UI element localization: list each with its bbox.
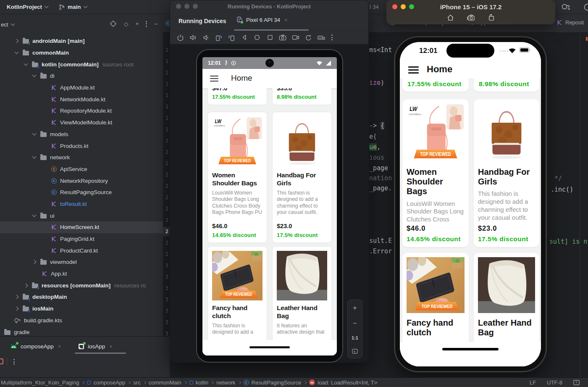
- tree-item-desktopmain[interactable]: desktopMain: [0, 291, 163, 303]
- ios-home-indicator[interactable]: [442, 348, 499, 350]
- folder-icon: [4, 330, 10, 335]
- product-card-fancy-hand-clutch[interactable]: TOP REVIEWED Fancy hand clutch This fash…: [207, 246, 267, 341]
- rotate-right-button[interactable]: [227, 33, 236, 42]
- run-tab-iosapp[interactable]: iosApp ×: [78, 340, 113, 353]
- tree-item-paginggrid[interactable]: PagingGrid.kt: [0, 233, 163, 245]
- screenshot-camera-icon[interactable]: [466, 14, 475, 21]
- breadcrumb-load-method[interactable]: mload: LoadResult<Int, T>: [309, 379, 377, 386]
- line-ending-widget[interactable]: LF: [530, 379, 536, 386]
- hardware-input-button[interactable]: [317, 33, 326, 42]
- tree-item-resources[interactable]: resources [commonMain] resources ro: [0, 279, 163, 291]
- product-image-leather-bag: [277, 251, 327, 300]
- tree-item-viewmodelmodule[interactable]: ViewModelModule.kt: [0, 117, 163, 129]
- gradle-icon: [14, 318, 21, 323]
- tree-item-network[interactable]: network: [0, 152, 163, 163]
- menu-hamburger-icon[interactable]: [408, 66, 419, 74]
- options-kebab-icon[interactable]: [331, 34, 333, 40]
- ios-screen[interactable]: 12:01 Home 17.55% discount: [400, 42, 541, 366]
- home-button[interactable]: [253, 33, 261, 42]
- folder-icon: [40, 260, 47, 265]
- breadcrumb-resultpagingsource[interactable]: CResultPagingSource: [244, 379, 302, 386]
- breadcrumb-src[interactable]: src: [133, 379, 140, 386]
- tree-item-networkrepository[interactable]: C NetworkRepository: [0, 175, 163, 187]
- run-tab-composeapp[interactable]: composeApp ×: [10, 340, 61, 353]
- collapse-icon[interactable]: ◇: [124, 21, 129, 27]
- power-button[interactable]: [176, 33, 184, 42]
- screen-record-button[interactable]: [291, 33, 300, 42]
- product-card-partial-2[interactable]: $35.0 8.98% discount: [272, 88, 332, 105]
- volume-down-button[interactable]: [202, 33, 210, 42]
- tree-item-ui[interactable]: ui: [0, 210, 163, 221]
- running-devices-titlebar[interactable]: Running Devices - KotlinProject: [170, 0, 368, 12]
- tree-item-apiservice[interactable]: C ApiService: [0, 163, 163, 175]
- rotate-device-icon[interactable]: [487, 14, 495, 21]
- product-card-leather-hand-bag[interactable]: Leather Hand Bag It features an attracti…: [272, 246, 332, 341]
- breadcrumb-commonmain[interactable]: commonMain: [149, 379, 181, 386]
- tree-item-homescreen[interactable]: HomeScreen.kt: [0, 221, 163, 233]
- encoding-widget[interactable]: UTF-8: [547, 379, 562, 386]
- tree-item-app[interactable]: App.kt: [0, 268, 163, 280]
- tree-item-productcard[interactable]: ProductCard.kt: [0, 245, 163, 256]
- status-circle-icon: [231, 61, 236, 66]
- options-kebab-icon[interactable]: [13, 359, 15, 365]
- folder-icon: [23, 307, 29, 311]
- chevron-down-icon: [32, 131, 37, 135]
- tree-item-di[interactable]: di: [0, 70, 163, 82]
- close-icon[interactable]: ×: [109, 343, 113, 350]
- fit-screen-button[interactable]: [352, 349, 358, 354]
- tree-item-buildgradle[interactable]: build.gradle.kts: [0, 315, 163, 326]
- product-card-partial-1[interactable]: $47.0 17.55% discount: [207, 88, 267, 105]
- zoom-out-button[interactable]: −: [353, 320, 357, 327]
- volume-up-button[interactable]: [189, 33, 197, 42]
- close-icon[interactable]: ×: [58, 343, 61, 350]
- close-icon[interactable]: ×: [284, 17, 288, 23]
- ios-simulator-titlebar[interactable]: iPhone 15 – iOS 17.2: [386, 0, 555, 24]
- tree-item-resultpagingsource[interactable]: C ResultPagingSource: [0, 187, 163, 198]
- options-kebab-icon[interactable]: [146, 21, 147, 27]
- product-card-handbag-for-girls[interactable]: Handbag For Girls This fashion is design…: [272, 112, 332, 243]
- product-card-partial-2[interactable]: 8.98% discount: [474, 78, 539, 92]
- android-screen[interactable]: 12:01 Home $47.0 17: [202, 57, 337, 355]
- hide-icon[interactable]: −: [154, 20, 158, 27]
- tree-item-repositorymodule[interactable]: RepositoryModule.kt: [0, 105, 163, 117]
- product-card-partial-1[interactable]: 17.55% discount: [402, 78, 469, 92]
- menu-hamburger-icon[interactable]: [210, 76, 218, 82]
- locate-file-icon[interactable]: [110, 20, 117, 27]
- close-icon[interactable]: ×: [136, 21, 139, 27]
- zoom-ratio-button[interactable]: 1:1: [352, 335, 358, 340]
- tree-item-androidmain[interactable]: androidMain [main]: [0, 35, 163, 47]
- zoom-in-button[interactable]: +: [353, 304, 357, 311]
- vcs-branch-widget[interactable]: main: [59, 4, 87, 10]
- rotate-left-button[interactable]: [215, 33, 223, 42]
- back-button[interactable]: [240, 33, 249, 42]
- tree-item-appmodule[interactable]: AppModule.kt: [0, 82, 163, 94]
- breadcr-composeapp[interactable]: composeApp: [87, 379, 125, 386]
- product-card-handbag-for-girls[interactable]: Handbag For Girls This fashion is design…: [474, 99, 539, 247]
- android-home-handle[interactable]: [249, 346, 290, 348]
- tree-item-kotlin[interactable]: kotlin [commonMain] sources root: [0, 58, 163, 70]
- gradle-sync-icon[interactable]: [560, 3, 570, 11]
- stop-button[interactable]: [0, 358, 3, 364]
- tree-item-networkmodule[interactable]: NetworkModule.kt: [0, 93, 163, 105]
- screenshot-button[interactable]: [278, 33, 287, 42]
- tree-item-models[interactable]: models: [0, 129, 163, 140]
- tree-item-iosmain[interactable]: iosMain: [0, 303, 163, 315]
- device-tab-pixel6[interactable]: Pixel 6 API 34 ×: [236, 16, 288, 23]
- tree-item-commonmain[interactable]: commonMain: [0, 47, 163, 59]
- active-tab-underline: [75, 353, 126, 354]
- restart-button[interactable]: [304, 33, 312, 42]
- tree-item-toresult[interactable]: toResult.kt: [0, 198, 163, 210]
- tree-item-gradle[interactable]: gradle: [0, 326, 163, 336]
- project-widget[interactable]: KotlinProject: [7, 4, 48, 10]
- overview-button[interactable]: [266, 33, 274, 42]
- breadcrumb-kotlin[interactable]: kotlin: [189, 379, 208, 386]
- breadcrumb-project[interactable]: Multiplatform_Ktor_Koin_Paging: [1, 379, 79, 386]
- product-card-women-shoulder-bags[interactable]: LW LOUISWILL TOP REVIEWED Women Shoulder…: [207, 112, 267, 243]
- tree-item-viewmodel[interactable]: viewmodel: [0, 256, 163, 268]
- breadcrumb-network[interactable]: network: [216, 379, 236, 386]
- notifications-icon[interactable]: [573, 380, 580, 385]
- product-card-women-shoulder-bags[interactable]: LW LOUISWILL TOP REVIEWED Women Shoulder…: [402, 99, 469, 247]
- editor-tab-repositorymodule[interactable]: Reposit: [557, 19, 584, 26]
- home-icon[interactable]: [446, 14, 454, 21]
- tree-item-products[interactable]: Products.kt: [0, 140, 163, 152]
